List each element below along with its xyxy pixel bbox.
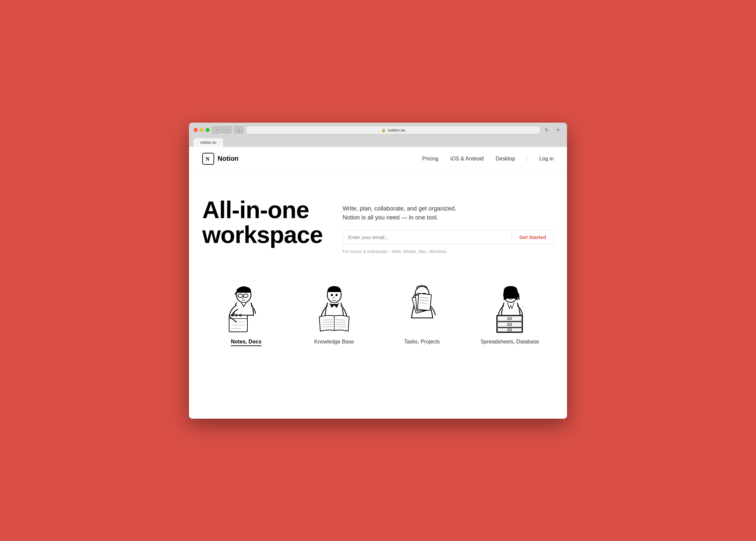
feature-notes-docs[interactable]: Notes, Docs xyxy=(210,280,283,346)
hero-headline: All-in-one workspace xyxy=(202,198,323,248)
site-header: N Notion Pricing iOS & Android Desktop L… xyxy=(189,147,567,171)
hero-section: All-in-one workspace Write, plan, collab… xyxy=(189,171,567,274)
close-button[interactable] xyxy=(194,128,198,132)
maximize-button[interactable] xyxy=(206,128,210,132)
hero-subtext: For teams & individuals – Web, Mobile, M… xyxy=(343,249,554,254)
svg-point-41 xyxy=(512,294,514,296)
hero-title-line1: All-in-one xyxy=(202,197,309,223)
feature-label-knowledge-base: Knowledge Base xyxy=(314,339,354,345)
feature-tasks-projects[interactable]: Tasks, Projects xyxy=(385,280,458,345)
pricing-link[interactable]: Pricing xyxy=(422,156,438,162)
svg-point-17 xyxy=(336,294,338,296)
notion-logo-icon: N xyxy=(202,153,214,165)
spreadsheets-database-illustration xyxy=(480,280,540,333)
svg-rect-6 xyxy=(229,315,247,332)
nav-divider xyxy=(527,156,527,162)
browser-window: ‹ › ⌂ 🔒 notion.so ↻ + notion.so xyxy=(189,123,567,419)
desktop-link[interactable]: Desktop xyxy=(496,156,515,162)
active-tab[interactable]: notion.so xyxy=(194,138,223,147)
hero-title: All-in-one workspace xyxy=(202,198,323,248)
email-row: Get Started xyxy=(343,230,554,244)
new-tab-button[interactable]: + xyxy=(554,126,562,134)
browser-chrome: ‹ › ⌂ 🔒 notion.so ↻ + notion.so xyxy=(189,123,567,147)
feature-knowledge-base[interactable]: Knowledge Base xyxy=(298,280,371,345)
url-text: notion.so xyxy=(388,128,405,133)
feature-label-tasks-projects: Tasks, Projects xyxy=(404,339,440,345)
main-nav: Pricing iOS & Android Desktop Log in xyxy=(422,156,554,162)
svg-rect-44 xyxy=(508,317,512,319)
svg-point-16 xyxy=(331,294,333,296)
minimize-button[interactable] xyxy=(200,128,204,132)
browser-content: N Notion Pricing iOS & Android Desktop L… xyxy=(189,147,567,419)
get-started-button[interactable]: Get Started xyxy=(512,230,554,244)
hero-right: Write, plan, collaborate, and get organi… xyxy=(343,198,554,254)
svg-rect-46 xyxy=(508,323,512,325)
lock-icon: 🔒 xyxy=(381,128,386,132)
brand-name: Notion xyxy=(218,155,239,163)
back-button[interactable]: ‹ xyxy=(212,126,222,134)
notes-docs-illustration xyxy=(217,280,276,333)
login-link[interactable]: Log in xyxy=(539,156,554,162)
svg-point-40 xyxy=(508,294,510,296)
tab-label: notion.so xyxy=(200,140,217,145)
hero-description: Write, plan, collaborate, and get organi… xyxy=(343,204,554,222)
feature-label-spreadsheets-database: Spreadsheets, Database xyxy=(480,339,539,345)
svg-rect-48 xyxy=(508,329,512,331)
forward-button[interactable]: › xyxy=(222,126,232,134)
svg-text:N: N xyxy=(206,156,210,162)
hero-desc-line1: Write, plan, collaborate, and get organi… xyxy=(343,205,456,212)
feature-label-notes-docs: Notes, Docs xyxy=(231,339,261,346)
traffic-lights xyxy=(194,128,210,132)
email-input[interactable] xyxy=(343,230,512,244)
address-bar[interactable]: 🔒 notion.so xyxy=(246,126,540,134)
ios-android-link[interactable]: iOS & Android xyxy=(450,156,484,162)
home-button[interactable]: ⌂ xyxy=(234,126,243,134)
features-section: Notes, Docs xyxy=(189,274,567,366)
hero-desc-line2: Notion is all you need — in one tool. xyxy=(343,214,438,221)
svg-rect-35 xyxy=(417,293,431,310)
feature-spreadsheets-database[interactable]: Spreadsheets, Database xyxy=(473,280,546,345)
tasks-projects-illustration xyxy=(392,280,452,333)
hero-title-line2: workspace xyxy=(202,222,323,248)
logo-area: N Notion xyxy=(202,153,239,165)
reload-button[interactable]: ↻ xyxy=(542,126,551,134)
knowledge-base-illustration xyxy=(305,280,364,333)
